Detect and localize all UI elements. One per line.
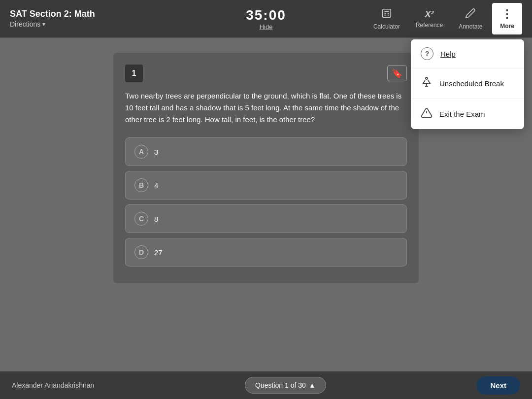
question-number-badge: 1 (125, 65, 143, 82)
choice-d[interactable]: D 27 (125, 238, 407, 266)
choice-a-value: 3 (154, 148, 158, 156)
hide-timer-button[interactable]: Hide (260, 23, 273, 31)
footer: Alexander Anandakrishnan Question 1 of 3… (0, 371, 532, 399)
annotate-icon (465, 8, 476, 21)
choice-a[interactable]: A 3 (125, 137, 407, 166)
unscheduled-break-menu-item[interactable]: Unscheduled Break (411, 68, 524, 99)
choice-d-letter: D (134, 245, 148, 259)
next-button[interactable]: Next (476, 376, 520, 395)
directions-label: Directions (10, 20, 40, 28)
question-card: 1 🔖 Two nearby trees are perpendicular t… (113, 53, 419, 283)
choice-b[interactable]: B 4 (125, 171, 407, 200)
header-right: Calculator X² Reference Annotate ⋮ More (351, 3, 522, 34)
unscheduled-break-icon (421, 76, 432, 91)
choice-c-letter: C (134, 212, 148, 226)
choice-b-letter: B (134, 178, 148, 192)
question-nav-arrow-icon: ▲ (309, 381, 316, 389)
header: SAT Section 2: Math Directions ▾ 35:00 H… (0, 0, 532, 37)
exam-title: SAT Section 2: Math (10, 9, 181, 19)
header-center: 35:00 Hide (181, 7, 352, 31)
question-header: 1 🔖 (125, 65, 407, 82)
directions-chevron-icon: ▾ (42, 21, 45, 28)
unscheduled-break-label: Unscheduled Break (439, 79, 504, 88)
reference-button[interactable]: X² Reference (410, 5, 449, 33)
annotate-label: Annotate (459, 23, 482, 30)
annotate-button[interactable]: Annotate (453, 4, 488, 34)
help-icon: ? (421, 47, 433, 60)
bookmark-icon: 🔖 (392, 68, 402, 78)
choice-b-value: 4 (154, 181, 158, 190)
header-left: SAT Section 2: Math Directions ▾ (10, 9, 181, 29)
more-label: More (500, 23, 514, 30)
choice-c[interactable]: C 8 (125, 204, 407, 233)
svg-point-6 (426, 77, 428, 79)
directions-button[interactable]: Directions ▾ (10, 19, 181, 29)
bookmark-button[interactable]: 🔖 (387, 66, 407, 81)
calculator-button[interactable]: Calculator (367, 4, 406, 34)
timer-display: 35:00 (246, 7, 286, 23)
question-nav-button[interactable]: Question 1 of 30 ▲ (245, 377, 326, 394)
calculator-icon (381, 8, 392, 21)
exit-exam-icon (421, 107, 432, 121)
choice-c-value: 8 (154, 215, 158, 223)
question-text: Two nearby trees are perpendicular to th… (125, 90, 407, 126)
choice-d-value: 27 (154, 248, 163, 257)
help-menu-item[interactable]: ? Help (411, 39, 524, 68)
dropdown-menu: ? Help Unscheduled Break (411, 39, 524, 129)
exit-exam-label: Exit the Exam (439, 110, 485, 118)
exit-exam-menu-item[interactable]: Exit the Exam (411, 99, 524, 129)
svg-rect-0 (383, 9, 391, 17)
student-name: Alexander Anandakrishnan (12, 381, 94, 389)
reference-icon: X² (425, 9, 434, 20)
question-nav-label: Question 1 of 30 (255, 381, 306, 389)
more-button[interactable]: ⋮ More (492, 3, 522, 34)
help-label: Help (440, 50, 456, 58)
calculator-label: Calculator (373, 23, 400, 30)
choice-a-letter: A (134, 145, 148, 159)
reference-label: Reference (416, 22, 443, 29)
more-icon: ⋮ (501, 8, 513, 21)
